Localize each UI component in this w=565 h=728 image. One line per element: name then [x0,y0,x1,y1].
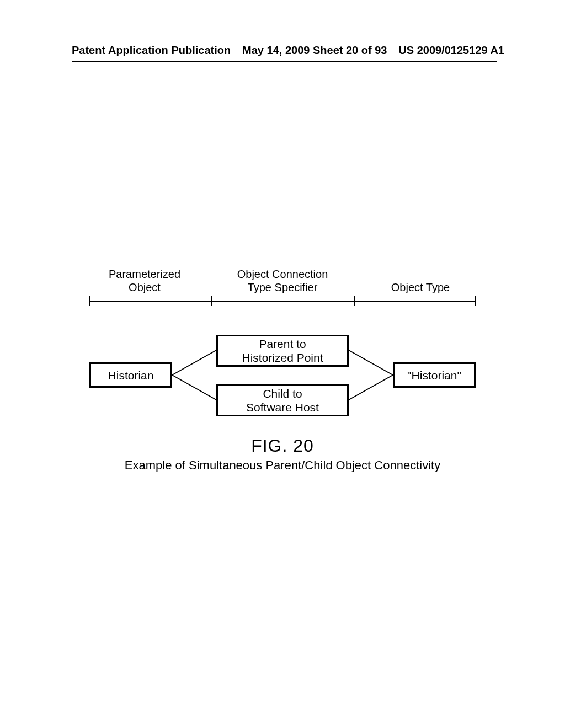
diagram: Parameterized Object Object Connection T… [89,262,476,301]
box-parent-to-historized-point: Parent to Historized Point [216,335,349,367]
col-label-parameterized-object: Parameterized Object [89,267,200,294]
svg-line-3 [349,375,393,400]
figure-caption: Example of Simultaneous Parent/Child Obj… [0,458,565,473]
header-right: US 2009/0125129 A1 [398,44,504,57]
page: Patent Application Publication May 14, 2… [0,0,565,728]
page-header: Patent Application Publication May 14, 2… [0,44,565,57]
box-historian: Historian [89,362,172,388]
figure-label: FIG. 20 Example of Simultaneous Parent/C… [0,436,565,473]
svg-line-0 [172,350,216,375]
diagram-body: Historian Parent to Historized Point Chi… [89,323,476,427]
box-child-to-software-host: Child to Software Host [216,384,349,416]
svg-line-2 [349,350,393,375]
figure-number: FIG. 20 [0,436,565,456]
column-bracket [89,301,476,311]
header-left: Patent Application Publication [72,44,231,57]
svg-line-1 [172,375,216,400]
header-center: May 14, 2009 Sheet 20 of 93 [242,44,387,57]
col-label-object-type: Object Type [365,281,476,294]
col-label-connection-type: Object Connection Type Specifier [211,267,354,294]
column-labels: Parameterized Object Object Connection T… [89,262,476,301]
box-historian-type: "Historian" [393,362,476,388]
header-rule [72,61,497,62]
